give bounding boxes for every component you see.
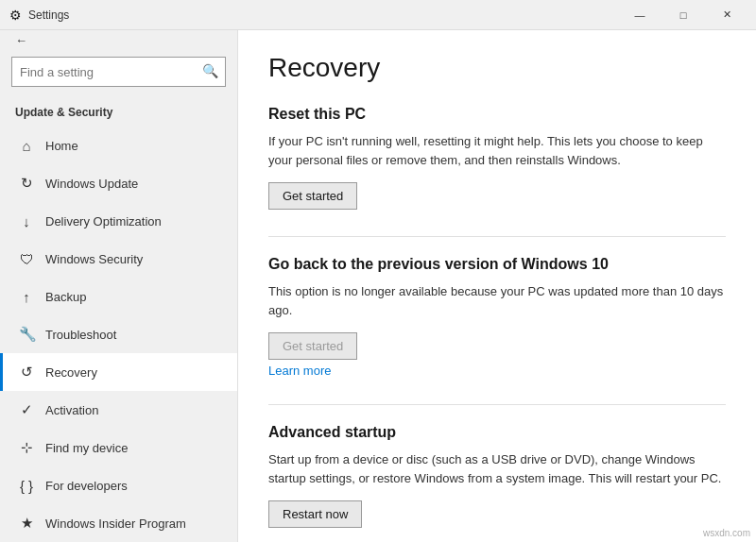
restart-now-button[interactable]: Restart now [268,500,362,528]
windows-insider-icon: ★ [19,515,34,532]
divider-1 [268,236,726,237]
sidebar-item-label: Find my device [45,441,128,455]
titlebar: ⚙ Settings — □ ✕ [0,0,756,30]
reset-pc-button[interactable]: Get started [268,182,357,210]
sidebar-items-container: ⌂ Home ↻ Windows Update ↓ Delivery Optim… [0,127,237,542]
go-back-button[interactable]: Get started [268,332,357,360]
advanced-startup-title: Advanced startup [268,424,726,441]
search-input[interactable] [11,57,226,87]
minimize-button[interactable]: — [618,0,662,30]
page-title: Recovery [268,53,726,83]
search-container: 🔍 [11,57,226,87]
sidebar-item-activation[interactable]: ✓ Activation [0,391,237,429]
search-icon: 🔍 [202,63,218,78]
windows-update-icon: ↻ [19,175,34,192]
sidebar-section-header: Update & Security [0,94,237,127]
app-body: ← 🔍 Update & Security ⌂ Home ↻ Windows U… [0,30,756,542]
sidebar-item-label: Troubleshoot [45,328,116,342]
back-button[interactable]: ← [0,30,237,49]
sidebar-item-find-my-device[interactable]: ⊹ Find my device [0,429,237,466]
home-icon: ⌂ [19,138,34,154]
divider-2 [268,404,726,405]
sidebar-item-for-developers[interactable]: { } For developers [0,466,237,504]
sidebar-item-windows-insider[interactable]: ★ Windows Insider Program [0,504,237,542]
reset-pc-desc: If your PC isn't running well, resetting… [268,132,726,169]
sidebar-item-label: Windows Insider Program [45,517,186,531]
find-my-device-icon: ⊹ [19,439,34,456]
sidebar-item-recovery[interactable]: ↺ Recovery [0,353,237,391]
sidebar-item-label: Backup [45,290,86,304]
troubleshoot-icon: 🔧 [19,326,34,343]
sidebar-item-label: For developers [45,479,128,493]
back-icon: ← [15,33,27,47]
maximize-button[interactable]: □ [662,0,705,30]
advanced-startup-desc: Start up from a device or disc (such as … [268,450,726,487]
sidebar-item-label: Activation [45,403,98,417]
sidebar: ← 🔍 Update & Security ⌂ Home ↻ Windows U… [0,30,238,542]
section-advanced-startup: Advanced startup Start up from a device … [268,424,726,528]
sidebar-item-backup[interactable]: ↑ Backup [0,278,237,315]
sidebar-item-troubleshoot[interactable]: 🔧 Troubleshoot [0,315,237,353]
sidebar-item-label: Recovery [45,365,97,380]
sidebar-item-label: Home [45,139,78,153]
backup-icon: ↑ [19,289,34,305]
reset-pc-title: Reset this PC [268,106,726,123]
recovery-icon: ↺ [19,364,34,381]
window-controls: — □ ✕ [618,0,748,30]
windows-security-icon: 🛡 [19,251,34,267]
close-button[interactable]: ✕ [705,0,748,30]
for-developers-icon: { } [19,478,34,494]
app-icon: ⚙ [8,8,23,23]
sidebar-item-label: Windows Update [45,177,138,191]
sidebar-item-windows-update[interactable]: ↻ Windows Update [0,164,237,202]
sidebar-item-home[interactable]: ⌂ Home [0,127,237,164]
sidebar-item-delivery-optimization[interactable]: ↓ Delivery Optimization [0,202,237,240]
learn-more-link[interactable]: Learn more [268,364,331,378]
section-go-back: Go back to the previous version of Windo… [268,256,726,378]
main-content: Recovery Reset this PC If your PC isn't … [238,30,756,542]
titlebar-title: Settings [28,8,618,22]
section-reset-pc: Reset this PC If your PC isn't running w… [268,106,726,210]
sidebar-item-label: Windows Security [45,252,143,266]
go-back-desc: This option is no longer available becau… [268,282,726,319]
activation-icon: ✓ [19,401,34,418]
go-back-title: Go back to the previous version of Windo… [268,256,726,273]
delivery-optimization-icon: ↓ [19,213,34,229]
sidebar-item-label: Delivery Optimization [45,214,162,229]
sidebar-item-windows-security[interactable]: 🛡 Windows Security [0,240,237,278]
